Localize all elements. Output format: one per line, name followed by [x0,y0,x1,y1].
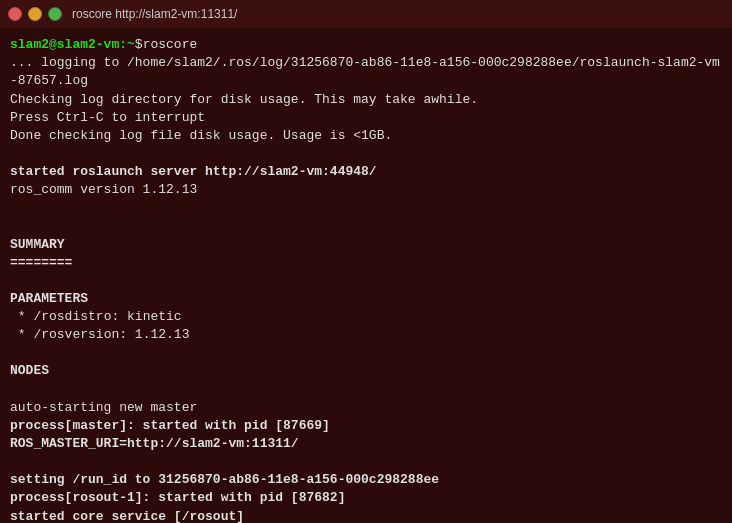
blank-line-2 [10,200,722,218]
close-button[interactable] [8,7,22,21]
output-line-12: auto-starting new master [10,399,722,417]
prompt-dir: ~ [127,36,135,54]
output-line-5: ros_comm version 1.12.13 [10,181,722,199]
output-line-1: Checking log directory for disk usage. T… [10,91,722,109]
prompt-user: slam2@slam2-vm: [10,36,127,54]
output-line-7: ======== [10,254,722,272]
output-line-6: SUMMARY [10,236,722,254]
output-line-2: Press Ctrl-C to interrupt [10,109,722,127]
terminal-body[interactable]: slam2@slam2-vm:~$ roscore ... logging to… [0,28,732,523]
output-line-17: started core service [/rosout] [10,508,722,523]
output-line-15: setting /run_id to 31256870-ab86-11e8-a1… [10,471,722,489]
prompt-line: slam2@slam2-vm:~$ roscore [10,36,722,54]
blank-line-4 [10,272,722,290]
output-line-11: NODES [10,362,722,380]
output-line-8: PARAMETERS [10,290,722,308]
output-line-9: * /rosdistro: kinetic [10,308,722,326]
maximize-button[interactable] [48,7,62,21]
output-line-10: * /rosversion: 1.12.13 [10,326,722,344]
prompt-command: roscore [143,36,198,54]
window-title: roscore http://slam2-vm:11311/ [72,7,237,21]
blank-line-3 [10,218,722,236]
output-line-14: ROS_MASTER_URI=http://slam2-vm:11311/ [10,435,722,453]
blank-line-5 [10,344,722,362]
output-line-16: process[rosout-1]: started with pid [876… [10,489,722,507]
minimize-button[interactable] [28,7,42,21]
titlebar: roscore http://slam2-vm:11311/ [0,0,732,28]
blank-line-1 [10,145,722,163]
blank-line-7 [10,453,722,471]
prompt-symbol: $ [135,36,143,54]
output-line-4: started roslaunch server http://slam2-vm… [10,163,722,181]
blank-line-6 [10,381,722,399]
output-line-13: process[master]: started with pid [87669… [10,417,722,435]
output-line-0: ... logging to /home/slam2/.ros/log/3125… [10,54,722,90]
output-line-3: Done checking log file disk usage. Usage… [10,127,722,145]
window-buttons [8,7,62,21]
terminal-window: roscore http://slam2-vm:11311/ slam2@sla… [0,0,732,523]
